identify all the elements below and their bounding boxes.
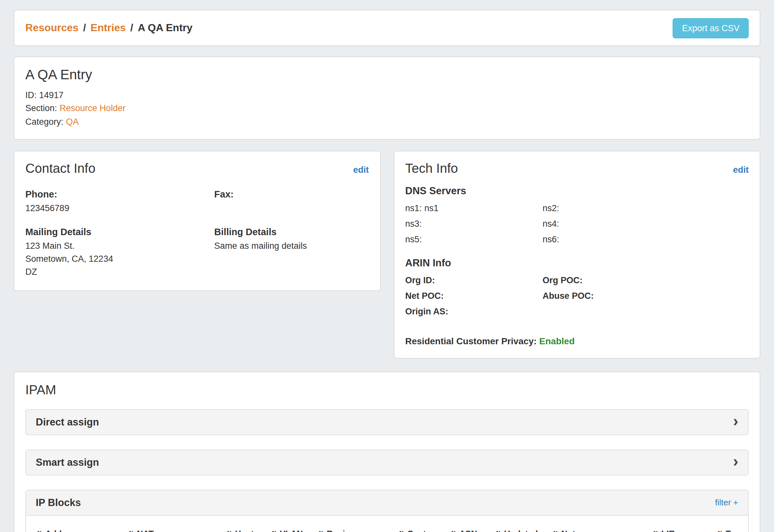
column-label: Notes [561, 528, 585, 532]
ip-blocks-title: IP Blocks [36, 497, 81, 508]
column-label: Region [326, 528, 355, 532]
dns-label: ns6: [543, 235, 559, 245]
sort-icon: ⇅ [36, 530, 43, 532]
dns-entry: ns3: [405, 216, 543, 232]
column-label: NAT [137, 528, 154, 532]
column-header-nat[interactable]: ⇅NAT [128, 521, 226, 532]
breadcrumb-current: A QA Entry [138, 22, 192, 34]
arin-field: Org ID: [405, 272, 543, 288]
column-header-host[interactable]: ⇅Host [226, 521, 271, 532]
mailing-line: 123 Main St. [25, 239, 214, 253]
privacy-status: Enabled [539, 336, 575, 346]
column-header-customer[interactable]: ⇅Custo… [399, 521, 451, 532]
column-header-lir[interactable]: ⇅LIR [653, 521, 717, 532]
direct-assign-panel[interactable]: Direct assign › [25, 409, 749, 435]
column-header-tag[interactable]: ⇅Tag [717, 521, 748, 532]
tech-edit-link[interactable]: edit [733, 165, 749, 175]
mailing-line: Sometown, CA, 12234 [25, 253, 214, 266]
column-label: VLAN [280, 528, 303, 532]
column-label: Updated [504, 528, 538, 532]
fax-block: Fax: [214, 188, 369, 215]
arin-field: Origin AS: [405, 304, 543, 320]
export-csv-button[interactable]: Export as CSV [673, 18, 749, 38]
ipam-title: IPAM [25, 382, 749, 397]
ipam-card: IPAM Direct assign › Smart assign › IP B… [14, 371, 760, 532]
sort-icon: ⇅ [399, 530, 405, 532]
dns-label: ns5: [405, 235, 422, 245]
dns-label: ns2: [543, 203, 559, 213]
breadcrumb-separator: / [130, 22, 133, 34]
mailing-label: Mailing Details [25, 225, 214, 240]
entry-section-label: Section: [25, 104, 57, 113]
column-label: Tag [726, 528, 740, 532]
column-header-asn[interactable]: ⇅ASN [451, 521, 495, 532]
contact-info-title: Contact Info [25, 161, 95, 176]
entry-section-line: Section:Resource Holder [25, 102, 749, 116]
dns-value: ns1 [425, 203, 439, 213]
column-header-address[interactable]: ⇅Address [36, 521, 128, 532]
dns-entry: ns2: [543, 201, 749, 217]
dns-servers-heading: DNS Servers [405, 185, 749, 197]
tech-info-title: Tech Info [405, 161, 458, 176]
tech-info-card: Tech Info edit DNS Servers ns1:ns1 ns2: … [394, 151, 760, 359]
sort-icon: ⇅ [318, 530, 324, 532]
filter-toggle[interactable]: filter + [715, 498, 738, 507]
column-header-notes[interactable]: ⇅Notes [552, 521, 653, 532]
dns-entry: ns1:ns1 [405, 201, 543, 217]
privacy-line: Residential Customer Privacy:Enabled [405, 336, 749, 346]
entry-category-label: Category: [25, 117, 63, 126]
entry-id-line: ID:14917 [25, 89, 749, 102]
column-header-vlan[interactable]: ⇅VLAN [271, 521, 318, 532]
mailing-block: Mailing Details 123 Main St. Sometown, C… [25, 225, 214, 279]
smart-assign-label: Smart assign [36, 456, 99, 468]
arin-info-heading: ARIN Info [405, 257, 749, 269]
sort-icon: ⇅ [552, 530, 559, 532]
phone-block: Phone: 123456789 [25, 188, 214, 215]
breadcrumb-link-entries[interactable]: Entries [91, 22, 126, 34]
privacy-label: Residential Customer Privacy: [405, 336, 537, 346]
fax-label: Fax: [214, 188, 369, 202]
billing-label: Billing Details [214, 225, 369, 240]
entry-id-value: 14917 [39, 90, 64, 100]
smart-assign-panel[interactable]: Smart assign › [25, 449, 749, 475]
sort-icon: ⇅ [271, 530, 277, 532]
mailing-line: DZ [25, 266, 214, 279]
contact-info-card: Contact Info edit Phone: 123456789 Fax: … [14, 151, 380, 291]
entry-summary-card: A QA Entry ID:14917 Section:Resource Hol… [14, 57, 760, 140]
section-link[interactable]: Resource Holder [60, 104, 126, 113]
column-label: Address [45, 528, 79, 532]
dns-entry: ns4: [543, 216, 749, 232]
breadcrumb-link-resources[interactable]: Resources [25, 22, 79, 34]
sort-icon: ⇅ [653, 530, 659, 532]
column-label: LIR [661, 528, 675, 532]
sort-icon: ⇅ [128, 530, 134, 532]
breadcrumb: Resources / Entries / A QA Entry Export … [14, 10, 760, 46]
column-header-updated[interactable]: ⇅Updated [495, 521, 552, 532]
chevron-right-icon: › [733, 453, 738, 471]
page: Resources / Entries / A QA Entry Export … [0, 0, 774, 532]
ip-blocks-panel: IP Blocks filter + ⇅Address ⇅N [25, 489, 749, 532]
dns-label: ns3: [405, 219, 422, 229]
billing-value: Same as mailing details [214, 239, 369, 253]
entry-id-label: ID: [25, 90, 37, 100]
sort-icon: ⇅ [717, 530, 723, 532]
column-label: Host [235, 528, 254, 532]
billing-block: Billing Details Same as mailing details [214, 225, 369, 279]
chevron-right-icon: › [733, 413, 738, 431]
phone-label: Phone: [25, 188, 214, 202]
column-header-region[interactable]: ⇅Region [318, 521, 399, 532]
dns-entry: ns5: [405, 232, 543, 248]
dns-label: ns4: [543, 219, 559, 229]
breadcrumb-separator: / [83, 22, 86, 34]
direct-assign-label: Direct assign [36, 416, 99, 428]
category-link[interactable]: QA [66, 117, 79, 126]
arin-field: Abuse POC: [543, 288, 749, 304]
ip-blocks-table: ⇅Address ⇅NAT ⇅Host ⇅VLAN ⇅Region ⇅Custo… [36, 521, 748, 532]
arin-field: Org POC: [543, 272, 749, 288]
column-label: Custo… [407, 528, 440, 532]
contact-edit-link[interactable]: edit [353, 165, 369, 175]
sort-icon: ⇅ [451, 530, 457, 532]
sort-icon: ⇅ [226, 530, 232, 532]
column-label: ASN [459, 528, 477, 532]
dns-label: ns1: [405, 203, 422, 213]
